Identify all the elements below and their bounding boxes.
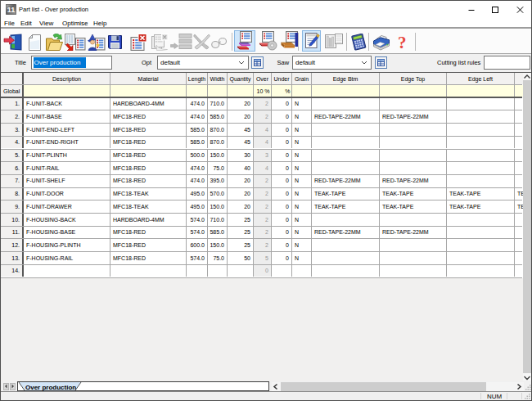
svg-text:11: 11: [7, 6, 16, 14]
